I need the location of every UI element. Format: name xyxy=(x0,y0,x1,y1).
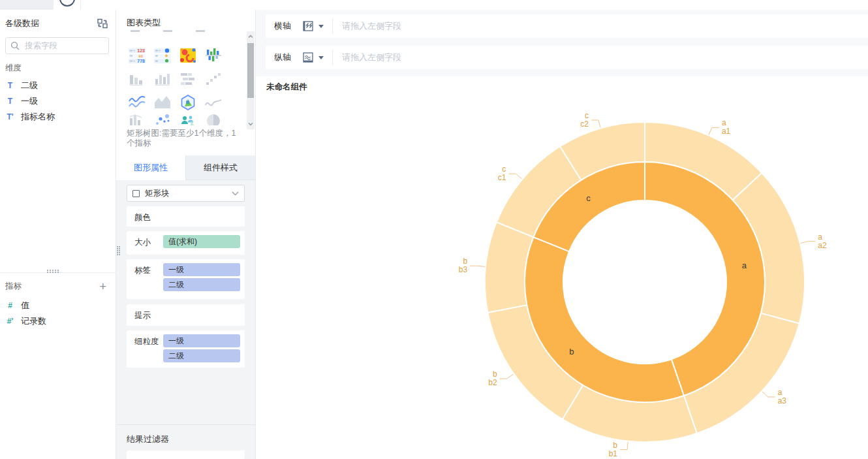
label-section[interactable]: 标签 一级 二级 xyxy=(127,259,245,299)
y-axis-drop-zone[interactable]: 纵轴 请拖入左侧字段 xyxy=(266,46,868,69)
chart-type-stacked-bar-icon[interactable] xyxy=(179,70,197,88)
chart-type-radar-chart-icon[interactable] xyxy=(179,93,197,112)
loading-circle-icon xyxy=(59,0,75,7)
clipped-icon-row xyxy=(128,30,221,32)
field-search-box xyxy=(5,37,109,54)
sunburst-outer-label-parent-b1: b xyxy=(613,441,617,450)
chart-config-panel: 图表类型 12390778 矩形树图:需要至少1个维度，1个指标 图形属性 组件… xyxy=(116,10,256,459)
sunburst-outer-label-a3: a3 xyxy=(778,396,787,405)
switch-dataset-icon[interactable] xyxy=(97,18,108,29)
result-filter-label: 结果过滤器 xyxy=(127,434,169,445)
color-section[interactable]: 颜色 xyxy=(127,206,245,227)
x-axis-placeholder: 请拖入左侧字段 xyxy=(342,20,401,32)
app-root: { "window": { "tab_strip": { "tab_icon":… xyxy=(0,0,868,459)
dimension-type-icon: T xyxy=(5,97,15,106)
metric-type-icon: #' xyxy=(5,317,15,326)
svg-text:90: 90 xyxy=(138,54,143,58)
size-field-pill[interactable]: 值(求和) xyxy=(163,235,240,248)
panel-resize-handle-vertical[interactable] xyxy=(117,246,118,247)
data-fields-sidebar: 各级数据 维度 T 二级 T 一级 T' 指标名称 指标 + xyxy=(0,10,116,459)
y-axis-caret-icon[interactable] xyxy=(318,56,324,59)
y-axis-label: 纵轴 xyxy=(274,52,294,63)
chart-type-curve-chart-icon[interactable] xyxy=(204,93,223,112)
chart-type-grid: 12390778 xyxy=(127,30,231,125)
granularity-section-label: 细粒度 xyxy=(134,334,163,364)
result-filter-card[interactable] xyxy=(127,451,245,459)
tooltip-section-label: 提示 xyxy=(134,308,163,322)
dimension-field-erji[interactable]: T 二级 xyxy=(0,78,116,93)
size-section[interactable]: 大小 值(求和) xyxy=(127,231,245,255)
top-tab-strip xyxy=(0,0,868,10)
chart-type-hint: 矩形树图:需要至少1个维度，1个指标 xyxy=(127,129,243,148)
chart-type-indicator-card-icon[interactable] xyxy=(153,46,172,65)
chart-type-heat-map-icon[interactable] xyxy=(179,46,197,65)
metric-type-icon: # xyxy=(5,301,15,310)
sunburst-outer-label-parent-a1: a xyxy=(722,118,726,127)
sunburst-outer-label-a2: a2 xyxy=(818,241,827,250)
search-input[interactable] xyxy=(23,40,104,51)
y-axis-icon[interactable] xyxy=(302,51,315,64)
section-divider xyxy=(116,424,255,425)
granularity-field-pill[interactable]: 二级 xyxy=(163,349,240,362)
chart-type-step-chart-icon[interactable] xyxy=(204,70,223,88)
dimension-type-icon: T' xyxy=(5,112,15,121)
sunburst-outer-label-c2: c2 xyxy=(580,119,589,129)
panel-resize-handle-horizontal[interactable] xyxy=(47,270,48,271)
sunburst-outer-label-b3: b3 xyxy=(459,265,468,274)
dimension-type-icon: T xyxy=(5,81,15,90)
divider xyxy=(332,50,333,65)
label-field-pill[interactable]: 一级 xyxy=(163,263,240,276)
y-axis-placeholder: 请拖入左侧字段 xyxy=(342,52,401,63)
dimension-field-yiji[interactable]: T 一级 xyxy=(0,93,116,109)
shape-dropdown-value: 矩形块 xyxy=(145,188,170,199)
size-section-label: 大小 xyxy=(134,235,163,251)
sunburst-chart[interactable]: abcaa1aa2aa3bb1bb2bb3cc1cc2 xyxy=(256,76,868,459)
label-field-pill[interactable]: 二级 xyxy=(163,278,240,291)
add-metric-button[interactable]: + xyxy=(99,282,106,291)
tab-component-style[interactable]: 组件样式 xyxy=(185,155,255,180)
scroll-down-icon[interactable] xyxy=(247,120,255,128)
chevron-down-icon xyxy=(232,191,239,196)
shape-dropdown[interactable]: 矩形块 xyxy=(127,185,245,202)
sunburst-outer-label-parent-a3: a xyxy=(778,388,783,397)
metric-field-zhi[interactable]: # 值 xyxy=(0,298,116,313)
label-section-label: 标签 xyxy=(134,263,163,295)
sunburst-outer-label-parent-a2: a xyxy=(818,232,822,242)
sunburst-outer-label-b1: b1 xyxy=(609,449,618,458)
chart-type-scatter-chart-icon[interactable] xyxy=(153,112,172,125)
chart-type-pie-chart-icon[interactable] xyxy=(204,112,223,125)
sunburst-outer-label-c1: c1 xyxy=(498,173,506,182)
svg-text:123: 123 xyxy=(137,48,145,53)
top-strip-spacer xyxy=(0,0,54,10)
sunburst-outer-label-parent-b3: b xyxy=(463,257,468,266)
chart-type-column-chart-icon[interactable] xyxy=(153,70,172,88)
svg-text:778: 778 xyxy=(137,59,145,63)
tab-graph-properties[interactable]: 图形属性 xyxy=(116,155,185,180)
tooltip-section[interactable]: 提示 xyxy=(127,304,245,326)
property-tabs: 图形属性 组件样式 xyxy=(116,155,255,180)
chart-canvas-card: 未命名组件 abcaa1aa2aa3bb1bb2bb3cc1cc2 xyxy=(256,76,868,459)
metrics-section: 指标 + # 值 #' 记录数 xyxy=(0,272,116,329)
granularity-section[interactable]: 细粒度 一级 二级 xyxy=(127,330,245,368)
graph-properties-content: 矩形块 颜色 大小 值(求和) 标签 一级 二级 提示 细粒度 xyxy=(116,180,255,459)
chart-type-kpi-card-icon[interactable]: 12390778 xyxy=(128,46,146,65)
chart-type-bidirectional-bar-icon[interactable] xyxy=(204,46,223,65)
scrollbar-thumb[interactable] xyxy=(247,43,254,98)
sunburst-outer-label-parent-b2: b xyxy=(493,370,497,379)
sunburst-inner-label-b: b xyxy=(569,347,574,356)
x-axis-drop-zone[interactable]: 横轴 请拖入左侧字段 xyxy=(266,14,868,38)
scroll-up-icon[interactable] xyxy=(247,33,255,40)
chart-type-line-chart-icon[interactable] xyxy=(128,93,146,112)
granularity-field-pill[interactable]: 一级 xyxy=(163,334,240,347)
dimension-field-zhibiaomingcheng[interactable]: T' 指标名称 xyxy=(0,109,116,125)
x-axis-caret-icon[interactable] xyxy=(318,25,324,28)
metric-field-jilushu[interactable]: #' 记录数 xyxy=(0,313,116,329)
chart-type-combo-bar-icon[interactable] xyxy=(128,112,146,125)
chart-type-bubble-people-icon[interactable] xyxy=(179,112,197,125)
chart-type-bar-chart-icon[interactable] xyxy=(128,70,146,88)
x-axis-icon[interactable] xyxy=(302,20,315,33)
chart-type-area-chart-icon[interactable] xyxy=(153,93,172,112)
search-icon xyxy=(10,41,20,50)
chart-type-scrollbar[interactable] xyxy=(247,31,255,129)
browser-tab[interactable] xyxy=(54,0,81,10)
